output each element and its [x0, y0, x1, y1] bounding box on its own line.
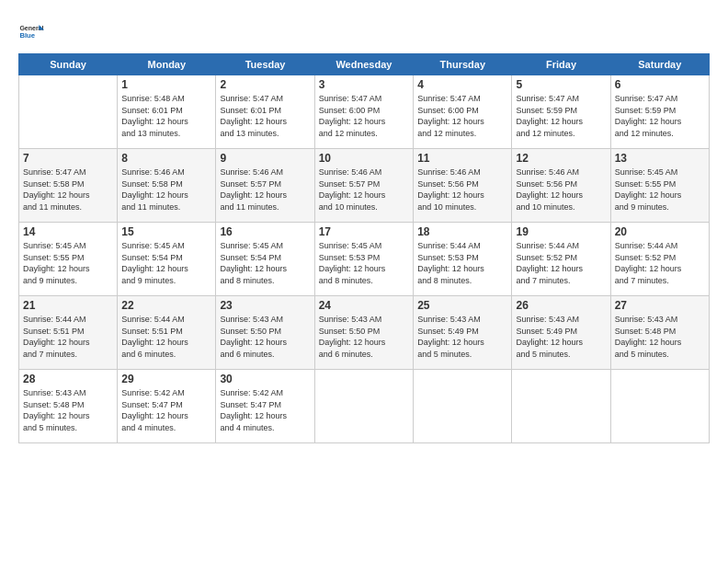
- calendar-cell: 18Sunrise: 5:44 AM Sunset: 5:53 PM Dayli…: [414, 223, 512, 296]
- day-of-week-header: Tuesday: [216, 54, 314, 75]
- calendar-cell: [314, 370, 413, 443]
- day-number: 7: [23, 152, 113, 165]
- calendar-cell: 4Sunrise: 5:47 AM Sunset: 6:00 PM Daylig…: [414, 75, 512, 149]
- calendar-cell: 22Sunrise: 5:44 AM Sunset: 5:51 PM Dayli…: [118, 296, 216, 370]
- calendar-cell: 19Sunrise: 5:44 AM Sunset: 5:52 PM Dayli…: [512, 223, 610, 296]
- day-number: 16: [220, 225, 310, 238]
- day-info: Sunrise: 5:47 AM Sunset: 6:00 PM Dayligh…: [417, 93, 507, 139]
- day-info: Sunrise: 5:43 AM Sunset: 5:50 PM Dayligh…: [220, 314, 310, 360]
- day-info: Sunrise: 5:46 AM Sunset: 5:58 PM Dayligh…: [121, 167, 211, 213]
- day-number: 11: [417, 152, 507, 165]
- logo: General Blue: [18, 18, 48, 44]
- day-info: Sunrise: 5:42 AM Sunset: 5:47 PM Dayligh…: [121, 387, 211, 433]
- calendar-week-row: 14Sunrise: 5:45 AM Sunset: 5:55 PM Dayli…: [19, 223, 710, 296]
- day-number: 1: [121, 78, 211, 91]
- day-number: 9: [220, 152, 310, 165]
- day-info: Sunrise: 5:46 AM Sunset: 5:56 PM Dayligh…: [417, 167, 507, 213]
- calendar-cell: 16Sunrise: 5:45 AM Sunset: 5:54 PM Dayli…: [216, 223, 314, 296]
- day-number: 10: [319, 152, 409, 165]
- calendar-cell: [414, 370, 512, 443]
- day-number: 18: [417, 225, 507, 238]
- calendar-header: SundayMondayTuesdayWednesdayThursdayFrid…: [19, 54, 710, 75]
- day-number: 8: [121, 152, 211, 165]
- logo-icon: General Blue: [18, 18, 44, 44]
- day-info: Sunrise: 5:47 AM Sunset: 6:01 PM Dayligh…: [220, 93, 310, 139]
- day-info: Sunrise: 5:43 AM Sunset: 5:49 PM Dayligh…: [417, 314, 507, 360]
- day-info: Sunrise: 5:42 AM Sunset: 5:47 PM Dayligh…: [220, 387, 310, 433]
- calendar-cell: 26Sunrise: 5:43 AM Sunset: 5:49 PM Dayli…: [512, 296, 610, 370]
- day-info: Sunrise: 5:47 AM Sunset: 5:59 PM Dayligh…: [615, 93, 705, 139]
- day-info: Sunrise: 5:46 AM Sunset: 5:56 PM Dayligh…: [516, 167, 606, 213]
- day-info: Sunrise: 5:44 AM Sunset: 5:52 PM Dayligh…: [615, 240, 705, 286]
- calendar-cell: 12Sunrise: 5:46 AM Sunset: 5:56 PM Dayli…: [512, 149, 610, 223]
- day-of-week-header: Wednesday: [314, 54, 413, 75]
- calendar-cell: 14Sunrise: 5:45 AM Sunset: 5:55 PM Dayli…: [19, 223, 118, 296]
- day-number: 17: [319, 225, 409, 238]
- calendar-week-row: 28Sunrise: 5:43 AM Sunset: 5:48 PM Dayli…: [19, 370, 710, 443]
- day-info: Sunrise: 5:43 AM Sunset: 5:48 PM Dayligh…: [23, 387, 113, 433]
- days-of-week-row: SundayMondayTuesdayWednesdayThursdayFrid…: [19, 54, 710, 75]
- calendar-cell: 20Sunrise: 5:44 AM Sunset: 5:52 PM Dayli…: [610, 223, 709, 296]
- day-info: Sunrise: 5:44 AM Sunset: 5:51 PM Dayligh…: [23, 314, 113, 360]
- day-number: 19: [516, 225, 606, 238]
- day-info: Sunrise: 5:46 AM Sunset: 5:57 PM Dayligh…: [319, 167, 409, 213]
- day-info: Sunrise: 5:47 AM Sunset: 5:58 PM Dayligh…: [23, 167, 113, 213]
- calendar-cell: 29Sunrise: 5:42 AM Sunset: 5:47 PM Dayli…: [118, 370, 216, 443]
- day-info: Sunrise: 5:44 AM Sunset: 5:51 PM Dayligh…: [121, 314, 211, 360]
- day-of-week-header: Monday: [118, 54, 216, 75]
- day-number: 23: [220, 299, 310, 312]
- calendar-cell: 11Sunrise: 5:46 AM Sunset: 5:56 PM Dayli…: [414, 149, 512, 223]
- day-info: Sunrise: 5:44 AM Sunset: 5:52 PM Dayligh…: [516, 240, 606, 286]
- calendar-week-row: 21Sunrise: 5:44 AM Sunset: 5:51 PM Dayli…: [19, 296, 710, 370]
- calendar-cell: 3Sunrise: 5:47 AM Sunset: 6:00 PM Daylig…: [314, 75, 413, 149]
- calendar-cell: 9Sunrise: 5:46 AM Sunset: 5:57 PM Daylig…: [216, 149, 314, 223]
- day-number: 29: [121, 373, 211, 385]
- day-info: Sunrise: 5:45 AM Sunset: 5:55 PM Dayligh…: [23, 240, 113, 286]
- day-info: Sunrise: 5:43 AM Sunset: 5:50 PM Dayligh…: [319, 314, 409, 360]
- calendar-table: SundayMondayTuesdayWednesdayThursdayFrid…: [18, 53, 710, 443]
- calendar-cell: 5Sunrise: 5:47 AM Sunset: 5:59 PM Daylig…: [512, 75, 610, 149]
- day-number: 2: [220, 78, 310, 91]
- calendar-week-row: 1Sunrise: 5:48 AM Sunset: 6:01 PM Daylig…: [19, 75, 710, 149]
- day-info: Sunrise: 5:47 AM Sunset: 6:00 PM Dayligh…: [319, 93, 409, 139]
- day-number: 30: [220, 373, 310, 385]
- calendar-cell: 8Sunrise: 5:46 AM Sunset: 5:58 PM Daylig…: [118, 149, 216, 223]
- day-info: Sunrise: 5:45 AM Sunset: 5:54 PM Dayligh…: [121, 240, 211, 286]
- calendar-cell: 10Sunrise: 5:46 AM Sunset: 5:57 PM Dayli…: [314, 149, 413, 223]
- day-number: 20: [615, 225, 705, 238]
- page-header: General Blue: [18, 18, 710, 44]
- calendar-body: 1Sunrise: 5:48 AM Sunset: 6:01 PM Daylig…: [19, 75, 710, 443]
- calendar-cell: 7Sunrise: 5:47 AM Sunset: 5:58 PM Daylig…: [19, 149, 118, 223]
- day-number: 26: [516, 299, 606, 312]
- calendar-cell: 28Sunrise: 5:43 AM Sunset: 5:48 PM Dayli…: [19, 370, 118, 443]
- calendar-week-row: 7Sunrise: 5:47 AM Sunset: 5:58 PM Daylig…: [19, 149, 710, 223]
- day-number: 28: [23, 373, 113, 385]
- calendar-cell: 30Sunrise: 5:42 AM Sunset: 5:47 PM Dayli…: [216, 370, 314, 443]
- day-number: 21: [23, 299, 113, 312]
- day-number: 22: [121, 299, 211, 312]
- calendar-cell: [19, 75, 118, 149]
- calendar-cell: 15Sunrise: 5:45 AM Sunset: 5:54 PM Dayli…: [118, 223, 216, 296]
- calendar-cell: 23Sunrise: 5:43 AM Sunset: 5:50 PM Dayli…: [216, 296, 314, 370]
- day-info: Sunrise: 5:45 AM Sunset: 5:53 PM Dayligh…: [319, 240, 409, 286]
- day-number: 4: [417, 78, 507, 91]
- day-number: 6: [615, 78, 705, 91]
- day-number: 25: [417, 299, 507, 312]
- day-info: Sunrise: 5:43 AM Sunset: 5:49 PM Dayligh…: [516, 314, 606, 360]
- calendar-cell: 13Sunrise: 5:45 AM Sunset: 5:55 PM Dayli…: [610, 149, 709, 223]
- calendar-cell: [610, 370, 709, 443]
- calendar-cell: 1Sunrise: 5:48 AM Sunset: 6:01 PM Daylig…: [118, 75, 216, 149]
- day-number: 14: [23, 225, 113, 238]
- day-info: Sunrise: 5:44 AM Sunset: 5:53 PM Dayligh…: [417, 240, 507, 286]
- day-of-week-header: Thursday: [414, 54, 512, 75]
- day-info: Sunrise: 5:45 AM Sunset: 5:54 PM Dayligh…: [220, 240, 310, 286]
- calendar-cell: 6Sunrise: 5:47 AM Sunset: 5:59 PM Daylig…: [610, 75, 709, 149]
- day-info: Sunrise: 5:46 AM Sunset: 5:57 PM Dayligh…: [220, 167, 310, 213]
- day-of-week-header: Sunday: [19, 54, 118, 75]
- day-number: 27: [615, 299, 705, 312]
- day-number: 15: [121, 225, 211, 238]
- calendar-cell: 24Sunrise: 5:43 AM Sunset: 5:50 PM Dayli…: [314, 296, 413, 370]
- day-info: Sunrise: 5:47 AM Sunset: 5:59 PM Dayligh…: [516, 93, 606, 139]
- day-info: Sunrise: 5:43 AM Sunset: 5:48 PM Dayligh…: [615, 314, 705, 360]
- day-info: Sunrise: 5:45 AM Sunset: 5:55 PM Dayligh…: [615, 167, 705, 213]
